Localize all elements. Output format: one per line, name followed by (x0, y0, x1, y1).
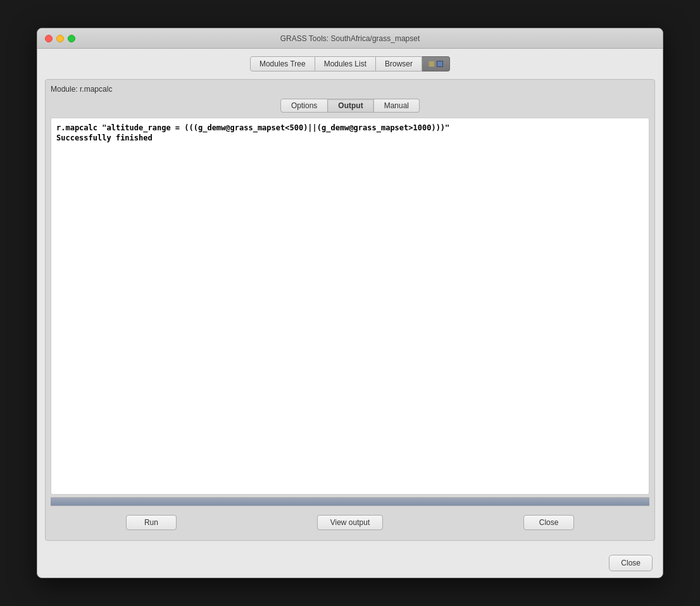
tab-modules-tree[interactable]: Modules Tree (250, 56, 315, 71)
tab-output[interactable]: Output (328, 99, 373, 113)
titlebar: GRASS Tools: SouthAfrica/grass_mapset (37, 28, 663, 49)
tab-browser[interactable]: Browser (376, 56, 422, 71)
outer-bottom: Close (37, 548, 663, 578)
top-tabs-bar: Modules Tree Modules List Browser (45, 56, 655, 71)
minimize-traffic-light[interactable] (56, 35, 64, 42)
tab-icon-square2 (437, 61, 443, 67)
output-area: r.mapcalc "altitude_range = (((g_demw@gr… (51, 118, 649, 495)
progress-bar-container (51, 497, 649, 506)
window-title: GRASS Tools: SouthAfrica/grass_mapset (280, 34, 420, 43)
module-panel: Module: r.mapcalc Options Output Manual … (45, 79, 655, 541)
tab-modules-list[interactable]: Modules List (315, 56, 376, 71)
tab-icon-extra[interactable] (422, 56, 450, 71)
traffic-lights (45, 35, 75, 42)
window-content: Modules Tree Modules List Browser Module… (37, 49, 663, 548)
main-window: GRASS Tools: SouthAfrica/grass_mapset Mo… (37, 28, 663, 578)
run-button[interactable]: Run (126, 515, 177, 530)
view-output-button[interactable]: View output (317, 515, 384, 530)
tab-manual[interactable]: Manual (374, 99, 420, 113)
tab-icon-square1 (428, 61, 435, 67)
tab-options[interactable]: Options (280, 99, 328, 113)
close-outer-button[interactable]: Close (609, 555, 653, 571)
close-traffic-light[interactable] (45, 35, 53, 42)
maximize-traffic-light[interactable] (68, 35, 75, 42)
output-line-1: r.mapcalc "altitude_range = (((g_demw@gr… (56, 123, 644, 132)
output-line-2: Successfully finished (56, 133, 644, 142)
close-inner-button[interactable]: Close (523, 515, 574, 530)
bottom-buttons-panel: Run View output Close (51, 509, 649, 535)
inner-tabs-bar: Options Output Manual (51, 99, 649, 113)
progress-bar-fill (51, 498, 649, 505)
module-header: Module: r.mapcalc (51, 85, 649, 94)
